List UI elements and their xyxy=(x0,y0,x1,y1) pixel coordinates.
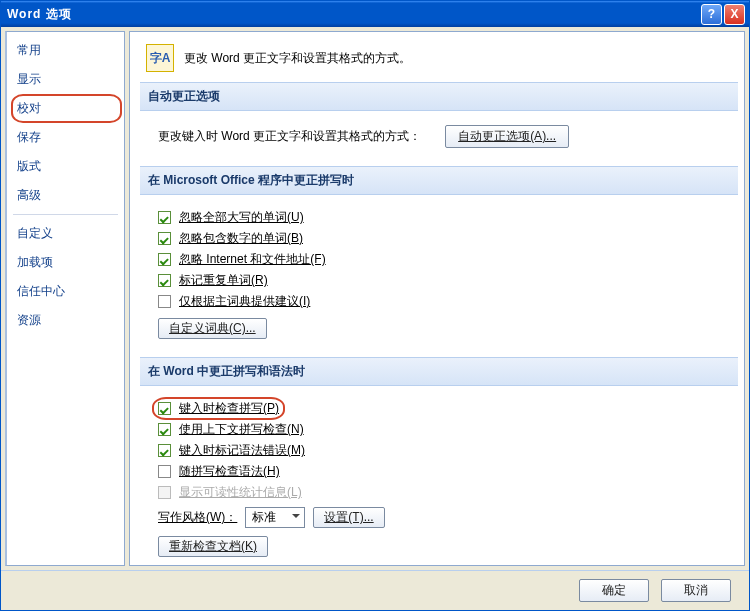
label-ignore-uppercase: 忽略全部大写的单词(U) xyxy=(179,209,304,226)
ok-button[interactable]: 确定 xyxy=(579,579,649,602)
help-button[interactable]: ? xyxy=(701,4,722,25)
writing-style-label: 写作风格(W)： xyxy=(158,509,237,526)
proofing-icon: 字A xyxy=(146,44,174,72)
group-office-title: 在 Microsoft Office 程序中更正拼写时 xyxy=(140,166,738,195)
label-check-spelling: 键入时检查拼写(P) xyxy=(179,400,279,417)
main-scroll[interactable]: 字A 更改 Word 更正文字和设置其格式的方式。 自动更正选项 更改键入时 W… xyxy=(130,32,744,565)
checkbox-ignore-urls[interactable] xyxy=(158,253,171,266)
checkbox-ignore-uppercase[interactable] xyxy=(158,211,171,224)
label-readability-stats: 显示可读性统计信息(L) xyxy=(179,484,302,501)
page-header-text: 更改 Word 更正文字和设置其格式的方式。 xyxy=(184,50,411,67)
close-button[interactable]: X xyxy=(724,4,745,25)
label-main-dict-only: 仅根据主词典提供建议(I) xyxy=(179,293,310,310)
settings-button[interactable]: 设置(T)... xyxy=(313,507,384,528)
sidebar: 常用 显示 校对 保存 版式 高级 自定义 加载项 信任中心 资源 xyxy=(5,31,125,566)
group-office-body: 忽略全部大写的单词(U) 忽略包含数字的单词(B) 忽略 Internet 和文… xyxy=(140,195,744,357)
footer: 确定 取消 xyxy=(1,570,749,610)
sidebar-item-proofing[interactable]: 校对 xyxy=(7,94,124,123)
sidebar-item-display[interactable]: 显示 xyxy=(7,65,124,94)
checkbox-contextual-spelling[interactable] xyxy=(158,423,171,436)
autocorrect-options-button[interactable]: 自动更正选项(A)... xyxy=(445,125,569,148)
sidebar-item-customize[interactable]: 自定义 xyxy=(7,219,124,248)
recheck-document-button[interactable]: 重新检查文档(K) xyxy=(158,536,268,557)
autocorrect-line: 更改键入时 Word 更正文字和设置其格式的方式： xyxy=(158,128,421,145)
titlebar: Word 选项 ? X xyxy=(1,1,749,27)
group-autocorrect-title: 自动更正选项 xyxy=(140,82,738,111)
sidebar-item-general[interactable]: 常用 xyxy=(7,36,124,65)
group-autocorrect-body: 更改键入时 Word 更正文字和设置其格式的方式： 自动更正选项(A)... xyxy=(140,111,744,166)
checkbox-ignore-numbers[interactable] xyxy=(158,232,171,245)
checkbox-mark-grammar[interactable] xyxy=(158,444,171,457)
window-title: Word 选项 xyxy=(7,6,699,23)
label-flag-repeated: 标记重复单词(R) xyxy=(179,272,268,289)
label-mark-grammar: 键入时标记语法错误(M) xyxy=(179,442,305,459)
main-panel: 字A 更改 Word 更正文字和设置其格式的方式。 自动更正选项 更改键入时 W… xyxy=(129,31,745,566)
page-header: 字A 更改 Word 更正文字和设置其格式的方式。 xyxy=(140,38,744,82)
checkbox-main-dict-only[interactable] xyxy=(158,295,171,308)
label-ignore-numbers: 忽略包含数字的单词(B) xyxy=(179,230,303,247)
checkbox-flag-repeated[interactable] xyxy=(158,274,171,287)
writing-style-select[interactable]: 标准 xyxy=(245,507,305,528)
checkbox-readability-stats xyxy=(158,486,171,499)
label-contextual-spelling: 使用上下文拼写检查(N) xyxy=(179,421,304,438)
checkbox-check-spelling[interactable] xyxy=(158,402,171,415)
custom-dictionaries-button[interactable]: 自定义词典(C)... xyxy=(158,318,267,339)
sidebar-item-advanced[interactable]: 高级 xyxy=(7,181,124,210)
sidebar-separator xyxy=(13,214,118,215)
sidebar-item-resources[interactable]: 资源 xyxy=(7,306,124,335)
dialog-body: 常用 显示 校对 保存 版式 高级 自定义 加载项 信任中心 资源 字A 更改 … xyxy=(1,27,749,570)
checkbox-check-grammar-with-spelling[interactable] xyxy=(158,465,171,478)
word-options-window: Word 选项 ? X 常用 显示 校对 保存 版式 高级 自定义 加载项 信任… xyxy=(0,0,750,611)
sidebar-item-addins[interactable]: 加载项 xyxy=(7,248,124,277)
cancel-button[interactable]: 取消 xyxy=(661,579,731,602)
sidebar-item-save[interactable]: 保存 xyxy=(7,123,124,152)
group-word-body: 键入时检查拼写(P) 使用上下文拼写检查(N) 键入时标记语法错误(M) 随拼写… xyxy=(140,386,744,565)
sidebar-item-trust[interactable]: 信任中心 xyxy=(7,277,124,306)
group-word-title: 在 Word 中更正拼写和语法时 xyxy=(140,357,738,386)
sidebar-item-layout[interactable]: 版式 xyxy=(7,152,124,181)
label-ignore-urls: 忽略 Internet 和文件地址(F) xyxy=(179,251,326,268)
label-check-grammar-with-spelling: 随拼写检查语法(H) xyxy=(179,463,280,480)
check-spelling-as-type-row: 键入时检查拼写(P) xyxy=(158,400,279,417)
